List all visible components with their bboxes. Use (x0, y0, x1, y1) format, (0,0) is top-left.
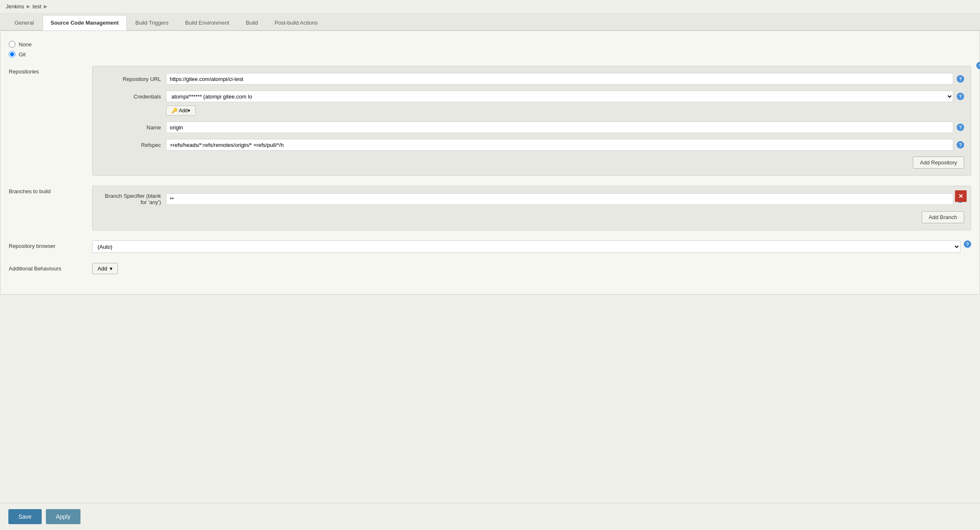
radio-git-label: Git (19, 51, 26, 58)
scm-panel: None Git Repositories Repository URL ? (0, 30, 980, 295)
repo-url-label: Repository URL (99, 76, 166, 82)
add-behaviour-chevron-icon: ▾ (110, 265, 113, 272)
branches-content: ✕ Branch Specifier (blank for 'any') ? A… (92, 186, 971, 230)
branch-specifier-label: Branch Specifier (blank for 'any') (99, 193, 166, 205)
refspec-help-icon[interactable]: ? (957, 141, 964, 149)
repo-url-input[interactable] (166, 73, 953, 85)
name-row: Name ? (99, 121, 964, 133)
breadcrumb-sep-1: ▶ (27, 4, 30, 9)
radio-git[interactable] (9, 51, 15, 58)
repositories-content: Repository URL ? Credentials atompi/****… (92, 66, 971, 176)
branches-label: Branches to build (9, 186, 92, 194)
additional-behaviours-outer: Add ▾ (92, 263, 971, 274)
additional-behaviours-label: Additional Behaviours (9, 263, 92, 272)
repo-browser-help-icon[interactable]: ? (964, 240, 971, 248)
tab-post-build[interactable]: Post-build Actions (266, 15, 325, 30)
repo-url-help-icon[interactable]: ? (957, 75, 964, 83)
refspec-label: Refspec (99, 142, 166, 148)
add-repository-container: Add Repository (99, 156, 964, 169)
repo-url-control: ? (166, 73, 964, 85)
credentials-select[interactable]: atompi/****** (atompi gitee.com lo (166, 91, 953, 102)
credentials-block: Credentials atompi/****** (atompi gitee.… (99, 91, 964, 116)
radio-none[interactable] (9, 41, 15, 48)
name-help-icon[interactable]: ? (957, 124, 964, 131)
tab-build-triggers[interactable]: Build Triggers (128, 15, 176, 30)
remove-branch-button[interactable]: ✕ (955, 190, 967, 202)
repositories-label: Repositories (9, 66, 92, 75)
tab-build[interactable]: Build (238, 15, 266, 30)
credentials-help-icon[interactable]: ? (957, 93, 964, 100)
tab-general[interactable]: General (7, 15, 42, 30)
tab-scm[interactable]: Source Code Management (43, 15, 126, 30)
repo-browser-section: Repository browser (Auto) ? (9, 240, 971, 253)
tab-bar: General Source Code Management Build Tri… (0, 13, 980, 30)
radio-none-label: None (19, 41, 32, 48)
name-label: Name (99, 124, 166, 131)
add-credentials-row: 🔑 Add▾ (99, 106, 964, 116)
credentials-label: Credentials (99, 93, 166, 100)
breadcrumb: Jenkins ▶ test ▶ (0, 0, 980, 13)
repo-url-row: Repository URL ? (99, 73, 964, 85)
add-behaviour-button[interactable]: Add ▾ (92, 263, 118, 274)
add-branch-container: Add Branch (99, 211, 964, 223)
breadcrumb-sep-2: ▶ (44, 4, 47, 9)
radio-git-option[interactable]: Git (9, 51, 971, 58)
add-credentials-button[interactable]: 🔑 Add▾ (166, 106, 196, 116)
refspec-input[interactable] (166, 139, 953, 151)
repositories-section: Repositories Repository URL ? Credential… (9, 66, 971, 176)
branch-specifier-row: Branch Specifier (blank for 'any') ? (99, 193, 964, 205)
credentials-row: Credentials atompi/****** (atompi gitee.… (99, 91, 964, 102)
breadcrumb-jenkins[interactable]: Jenkins (6, 3, 24, 10)
branch-specifier-input[interactable] (166, 193, 953, 205)
branches-section: Branches to build ✕ Branch Specifier (bl… (9, 186, 971, 230)
name-control: ? (166, 121, 964, 133)
refspec-row: Refspec ? (99, 139, 964, 151)
repo-browser-select[interactable]: (Auto) (92, 240, 960, 253)
breadcrumb-test[interactable]: test (33, 3, 41, 10)
radio-none-option[interactable]: None (9, 41, 971, 48)
repositories-section-help-icon[interactable]: ? (976, 62, 980, 69)
refspec-control: ? (166, 139, 964, 151)
branches-outer: ✕ Branch Specifier (blank for 'any') ? A… (92, 186, 971, 230)
tab-build-environment[interactable]: Build Environment (177, 15, 237, 30)
repo-browser-outer: (Auto) ? (92, 240, 971, 253)
repo-browser-label: Repository browser (9, 240, 92, 249)
credentials-control: atompi/****** (atompi gitee.com lo ? (166, 91, 964, 102)
branch-specifier-control: ? (166, 193, 964, 205)
add-repository-button[interactable]: Add Repository (913, 156, 964, 169)
name-input[interactable] (166, 121, 953, 133)
additional-behaviours-section: Additional Behaviours Add ▾ (9, 263, 971, 274)
add-behaviour-label: Add (98, 265, 107, 272)
repositories-outer: Repository URL ? Credentials atompi/****… (92, 66, 971, 176)
scm-radio-group: None Git (9, 41, 971, 58)
add-branch-button[interactable]: Add Branch (922, 211, 964, 223)
